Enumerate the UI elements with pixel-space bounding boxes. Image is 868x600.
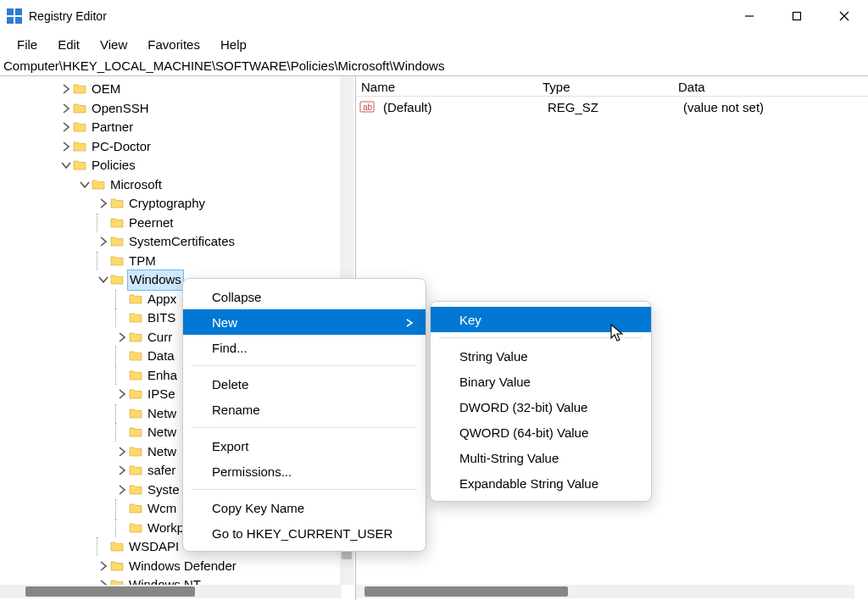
tree-item-peernet[interactable]: Peernet (0, 214, 355, 233)
submenu-qword[interactable]: QWORD (64-bit) Value (431, 419, 651, 445)
window-title: Registry Editor (29, 9, 107, 23)
folder-icon (110, 273, 124, 286)
ctx-new[interactable]: New (183, 309, 426, 335)
folder-icon (129, 387, 142, 401)
folder-icon (129, 311, 142, 325)
menu-edit[interactable]: Edit (47, 36, 90, 53)
ctx-copy-key-name[interactable]: Copy Key Name (183, 495, 426, 520)
menu-favorites[interactable]: Favorites (137, 36, 210, 53)
tree-item-microsoft[interactable]: Microsoft (0, 175, 355, 195)
folder-icon (73, 158, 86, 172)
tree-item-cryptography[interactable]: Cryptography (0, 194, 355, 214)
separator (192, 427, 417, 428)
tree-item-tpm[interactable]: TPM (0, 252, 355, 271)
titlebar: Registry Editor (0, 0, 868, 32)
ctx-goto-hkcu[interactable]: Go to HKEY_CURRENT_USER (183, 520, 426, 546)
tree-horizontal-scrollbar[interactable] (0, 585, 342, 598)
col-name[interactable]: Name (356, 80, 542, 96)
svg-rect-1 (15, 8, 22, 15)
ctx-export[interactable]: Export (183, 433, 426, 458)
submenu-key[interactable]: Key (431, 307, 651, 332)
folder-icon (110, 197, 124, 210)
tree-item-oem[interactable]: OEM (0, 80, 355, 99)
folder-icon (73, 120, 86, 134)
separator (439, 337, 643, 338)
menubar: File Edit View Favorites Help (0, 32, 868, 56)
folder-icon (129, 521, 142, 535)
tree-item-openssh[interactable]: OpenSSH (0, 99, 355, 119)
separator (192, 489, 417, 490)
ctx-rename[interactable]: Rename (183, 397, 426, 422)
chevron-down-icon[interactable] (97, 274, 110, 286)
folder-icon (129, 502, 142, 515)
submenu-binary[interactable]: Binary Value (431, 369, 651, 394)
folder-icon (92, 178, 105, 192)
col-data[interactable]: Data (678, 80, 868, 96)
value-columns[interactable]: Name Type Data (356, 76, 868, 97)
folder-icon (129, 445, 142, 458)
folder-icon (129, 425, 142, 439)
folder-icon (129, 464, 142, 477)
folder-icon (73, 140, 86, 153)
folder-icon (73, 102, 86, 115)
folder-icon (73, 82, 86, 96)
value-row-default[interactable]: ab (Default) REG_SZ (value not set) (356, 97, 868, 117)
chevron-down-icon[interactable] (59, 159, 73, 171)
address-path: Computer\HKEY_LOCAL_MACHINE\SOFTWARE\Pol… (3, 58, 444, 73)
folder-icon (129, 331, 142, 344)
svg-rect-0 (7, 8, 14, 15)
menu-view[interactable]: View (90, 36, 137, 53)
maximize-button[interactable] (773, 0, 821, 32)
app-icon (7, 8, 22, 24)
chevron-right-icon (405, 315, 414, 330)
svg-text:ab: ab (363, 103, 373, 112)
separator (192, 365, 417, 366)
chevron-down-icon[interactable] (78, 179, 92, 191)
minimize-button[interactable] (726, 0, 773, 32)
svg-rect-5 (793, 13, 801, 20)
submenu-new: Key String Value Binary Value DWORD (32-… (430, 301, 652, 502)
ctx-permissions[interactable]: Permissions... (183, 458, 426, 484)
window-controls (726, 0, 868, 32)
menu-help[interactable]: Help (210, 36, 257, 53)
folder-icon (110, 254, 124, 268)
folder-icon (129, 407, 142, 420)
folder-icon (129, 369, 142, 382)
string-value-icon: ab (359, 99, 375, 114)
folder-icon (129, 349, 142, 363)
folder-icon (110, 235, 124, 248)
folder-icon (129, 483, 142, 497)
value-horizontal-scrollbar[interactable] (356, 585, 854, 598)
submenu-string[interactable]: String Value (431, 343, 651, 369)
menu-file[interactable]: File (7, 36, 47, 53)
svg-rect-3 (15, 17, 22, 24)
col-type[interactable]: Type (542, 80, 678, 96)
submenu-dword[interactable]: DWORD (32-bit) Value (431, 394, 651, 419)
ctx-find[interactable]: Find... (183, 335, 426, 360)
tree-item-pcdoctor[interactable]: PC-Doctor (0, 137, 355, 157)
tree-item-systemcerts[interactable]: SystemCertificates (0, 232, 355, 252)
folder-icon (129, 292, 142, 306)
close-button[interactable] (821, 0, 868, 32)
folder-icon (110, 540, 124, 553)
tree-item-policies[interactable]: Policies (0, 156, 355, 175)
tree-item-partner[interactable]: Partner (0, 118, 355, 137)
address-bar[interactable]: Computer\HKEY_LOCAL_MACHINE\SOFTWARE\Pol… (0, 56, 868, 76)
svg-rect-2 (7, 17, 14, 24)
context-menu: Collapse New Find... Delete Rename Expor… (182, 278, 426, 552)
ctx-delete[interactable]: Delete (183, 371, 426, 397)
tree-item-windefender[interactable]: Windows Defender (0, 557, 355, 576)
submenu-multistring[interactable]: Multi-String Value (431, 445, 651, 470)
selected-tree-label: Windows (127, 269, 184, 291)
submenu-expandable[interactable]: Expandable String Value (431, 470, 651, 496)
folder-icon (110, 559, 124, 573)
ctx-collapse[interactable]: Collapse (183, 284, 426, 309)
folder-icon (110, 216, 124, 230)
